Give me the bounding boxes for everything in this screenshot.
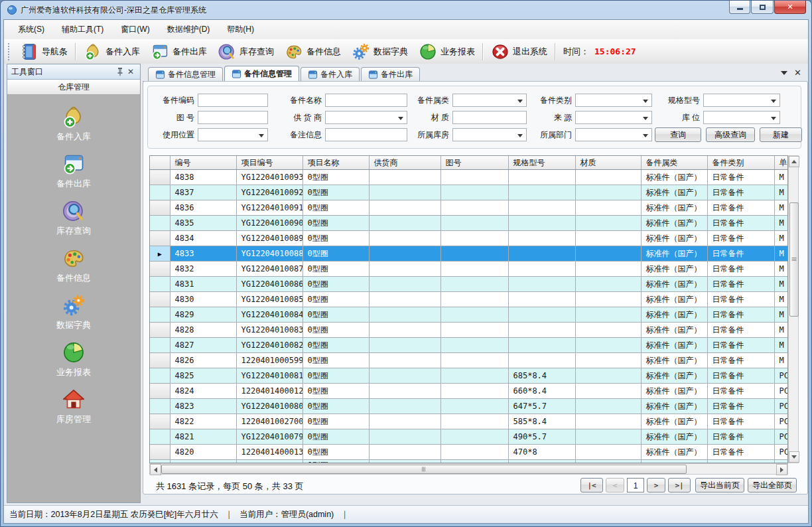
toolbar-button-7[interactable]: 退出系统: [486, 41, 553, 62]
toolbar-button-5[interactable]: 数据字典: [346, 41, 413, 62]
panel-close-icon[interactable]: ✕: [125, 66, 136, 77]
row-selector-cell[interactable]: [150, 262, 170, 277]
row-selector-cell[interactable]: [150, 353, 170, 368]
row-selector-cell[interactable]: [150, 399, 170, 414]
column-header-项目编号[interactable]: 项目编号: [236, 156, 303, 170]
row-selector-cell[interactable]: [150, 368, 170, 384]
column-header-规格型号[interactable]: 规格型号: [508, 156, 575, 170]
new-button[interactable]: 新建: [760, 127, 802, 142]
select-所属库房[interactable]: [452, 128, 527, 141]
input-图 号[interactable]: [198, 111, 268, 124]
menu-item-1[interactable]: 辅助工具(T): [53, 21, 112, 38]
row-selector-cell[interactable]: [150, 170, 170, 185]
pin-icon[interactable]: [115, 66, 125, 77]
select-备件类别[interactable]: [575, 94, 652, 107]
horizontal-scrollbar[interactable]: [149, 463, 788, 475]
row-selector-cell[interactable]: [150, 200, 170, 216]
tab-close-icon[interactable]: ✕: [794, 69, 801, 77]
column-header-编号[interactable]: 编号: [170, 156, 236, 170]
close-button[interactable]: ✕: [774, 1, 806, 14]
export-current-page-button[interactable]: 导出当前页: [695, 478, 744, 492]
table-row[interactable]: 4821YG122040100790型圈490*5.7标准件（国产）日常备件PC: [150, 429, 787, 445]
table-row[interactable]: 482612204010005990型圈标准件（国产）日常备件M: [150, 353, 787, 368]
row-selector-cell[interactable]: [150, 338, 170, 353]
column-header-项目名称[interactable]: 项目名称: [303, 156, 369, 170]
input-备件编码[interactable]: [198, 94, 268, 107]
toolbar-button-6[interactable]: 业务报表: [413, 41, 480, 62]
hscroll-thumb[interactable]: [161, 465, 687, 474]
tab-1-active[interactable]: 备件信息管理: [224, 66, 299, 82]
input-备注信息[interactable]: [325, 128, 407, 141]
table-row[interactable]: 4825YG122040100810型圈685*8.4标准件（国产）日常备件PC: [150, 368, 787, 384]
tab-3[interactable]: 备件出库: [361, 67, 420, 81]
column-header-图号[interactable]: 图号: [440, 156, 508, 170]
select-供 货 商[interactable]: [325, 111, 407, 124]
select-备件属类[interactable]: [452, 94, 527, 107]
sidebar-item-业务报表[interactable]: 业务报表: [7, 340, 140, 378]
table-row[interactable]: 4823YG122040100800型圈647*5.7标准件（国产）日常备件PC: [150, 399, 787, 414]
table-row[interactable]: 4832YG122040100870型圈标准件（国产）日常备件M: [150, 262, 787, 277]
row-selector-cell[interactable]: [150, 277, 170, 292]
row-selector-cell[interactable]: [150, 429, 170, 445]
row-selector-cell[interactable]: [150, 384, 170, 399]
sidebar-item-备件入库[interactable]: 备件入库: [7, 105, 140, 143]
column-header-备件类别[interactable]: 备件类别: [707, 156, 774, 170]
select-库 位[interactable]: [703, 111, 780, 124]
toolbar-button-0[interactable]: 导航条: [15, 41, 73, 62]
table-row[interactable]: 4828YG122040100830型圈标准件（国产）日常备件M: [150, 323, 787, 338]
vertical-scrollbar[interactable]: [788, 155, 799, 463]
sidebar-item-数据字典[interactable]: 数据字典: [7, 293, 140, 331]
input-材 质[interactable]: [452, 111, 527, 124]
menu-item-2[interactable]: 窗口(W): [112, 21, 158, 38]
prev-page-button[interactable]: <: [606, 478, 624, 492]
select-来 源[interactable]: [575, 111, 652, 124]
row-selector-cell[interactable]: [150, 231, 170, 246]
column-header-备件属类[interactable]: 备件属类: [641, 156, 707, 170]
sidebar-item-库存查询[interactable]: 库存查询: [7, 199, 140, 237]
input-备件名称[interactable]: [325, 94, 407, 107]
row-selector-cell[interactable]: ▶: [150, 246, 170, 262]
table-row[interactable]: 4834YG122040100890型圈标准件（国产）日常备件M: [150, 231, 787, 246]
row-selector-cell[interactable]: [150, 216, 170, 231]
tab-0[interactable]: 备件信息管理: [148, 67, 223, 81]
row-selector-cell[interactable]: [150, 185, 170, 200]
sidebar-section-header[interactable]: 仓库管理: [7, 80, 140, 95]
table-row[interactable]: 4830YG122040100850型圈标准件（国产）日常备件M: [150, 292, 787, 307]
column-header-供货商[interactable]: 供货商: [369, 156, 440, 170]
advanced-query-button[interactable]: 高级查询: [706, 127, 755, 142]
export-all-pages-button[interactable]: 导出全部页: [748, 478, 797, 492]
last-page-button[interactable]: >|: [668, 478, 691, 492]
toolbar-button-1[interactable]: 备件入库: [78, 41, 145, 62]
next-page-button[interactable]: >: [647, 478, 665, 492]
select-所属部门[interactable]: [575, 128, 652, 141]
select-规格型号[interactable]: [703, 94, 780, 107]
row-selector-cell[interactable]: [150, 323, 170, 338]
row-selector-cell[interactable]: [150, 307, 170, 323]
vscroll-thumb[interactable]: [789, 202, 799, 317]
table-row[interactable]: 482412204014000120型圈660*8.4标准件（国产）日常备件PC: [150, 384, 787, 399]
column-header-材质[interactable]: 材质: [575, 156, 641, 170]
tab-list-dropdown-icon[interactable]: [781, 71, 787, 75]
table-row-selected[interactable]: ▶4833YG122040100880型圈标准件（国产）日常备件M: [150, 246, 787, 262]
table-row[interactable]: 4837YG122040100920型圈标准件（国产）日常备件M: [150, 185, 787, 200]
table-row[interactable]: 4829YG122040100840型圈标准件（国产）日常备件M: [150, 307, 787, 323]
table-row[interactable]: 482212204010027000型圈585*8.4标准件（国产）日常备件PC: [150, 414, 787, 429]
table-row[interactable]: 4835YG122040100900型圈标准件（国产）日常备件M: [150, 216, 787, 231]
toolbar-button-3[interactable]: 库存查询: [212, 41, 279, 62]
column-header-单位[interactable]: 单位: [774, 156, 787, 170]
menu-item-3[interactable]: 数据维护(D): [159, 21, 219, 38]
toolbar-button-4[interactable]: 备件信息: [279, 41, 346, 62]
first-page-button[interactable]: |<: [580, 478, 603, 492]
minimize-button[interactable]: [729, 1, 750, 14]
menu-item-4[interactable]: 帮助(H): [218, 21, 263, 38]
tab-2[interactable]: 备件入库: [301, 67, 360, 81]
sidebar-item-备件出库[interactable]: 备件出库: [7, 152, 140, 190]
sidebar-item-备件信息[interactable]: 备件信息: [7, 246, 140, 284]
row-selector-cell[interactable]: [150, 445, 170, 460]
table-row[interactable]: 4831YG122040100860型圈标准件（国产）日常备件M: [150, 277, 787, 292]
row-selector-cell[interactable]: [150, 414, 170, 429]
maximize-button[interactable]: [751, 1, 774, 14]
sidebar-item-库房管理[interactable]: 库房管理: [7, 388, 140, 425]
page-number-input[interactable]: 1: [627, 478, 644, 492]
table-row[interactable]: 4836YG122040100910型圈标准件（国产）日常备件M: [150, 200, 787, 216]
